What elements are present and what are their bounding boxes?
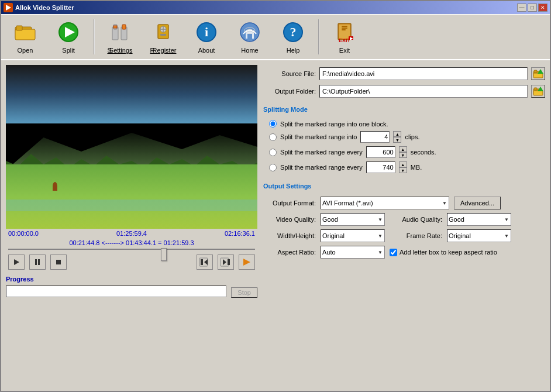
register-button[interactable]: RRegister	[143, 17, 184, 57]
svg-rect-33	[38, 259, 40, 265]
mark-in-button[interactable]	[197, 255, 213, 270]
split-seconds-down[interactable]: ▼	[399, 152, 407, 158]
register-label: RRegister	[150, 47, 177, 54]
split-option-2-prefix: Split the marked range into	[280, 133, 357, 140]
split-seconds-up[interactable]: ▲	[399, 146, 407, 152]
aspect-ratio-select[interactable]: Auto	[321, 246, 385, 259]
width-height-select[interactable]: Original	[321, 229, 385, 242]
format-label: Output Format:	[263, 200, 316, 207]
format-select[interactable]: AVI Format (*.avi)	[321, 197, 449, 209]
toolbar-sep-2	[318, 19, 319, 54]
exit-icon: EXIT ▶	[332, 20, 357, 44]
svg-rect-3	[15, 29, 35, 40]
dimensions-row: Width/Height: Original Frame Rate: Origi…	[263, 229, 545, 242]
title-bar-buttons: — □ ✕	[517, 4, 547, 12]
home-label: Home	[241, 47, 258, 54]
title-bar: Allok Video Splitter — □ ✕	[1, 1, 550, 14]
video-sky	[6, 65, 257, 123]
source-file-browse[interactable]	[531, 67, 545, 80]
split-mb-input[interactable]	[366, 161, 395, 173]
letterbox-row: Add letter box to keep aspect ratio	[390, 249, 497, 256]
seek-track[interactable]	[8, 249, 255, 250]
svg-marker-31	[14, 259, 19, 265]
split-seconds-spinner: ▲ ▼	[399, 146, 407, 158]
help-button[interactable]: ? Help	[273, 17, 314, 57]
seek-thumb[interactable]	[161, 248, 167, 261]
split-option-1[interactable]	[269, 120, 277, 128]
split-option-1-label: Split the marked range into one block.	[280, 121, 388, 128]
about-label: About	[198, 47, 215, 54]
video-quality-select[interactable]: Good	[321, 213, 385, 226]
svg-rect-32	[35, 259, 37, 265]
toolbar: Open Split	[1, 14, 550, 60]
video-preview	[6, 65, 257, 229]
time-end: 02:16:36.1	[225, 230, 255, 237]
split-option-4[interactable]	[269, 164, 277, 171]
exit-label: Exit	[339, 47, 350, 54]
about-button[interactable]: i About	[186, 17, 227, 57]
preview-button[interactable]	[239, 255, 255, 270]
output-settings-grid: Output Format: AVI Format (*.avi) Advanc…	[263, 197, 545, 259]
svg-rect-36	[201, 259, 203, 265]
video-water	[6, 200, 257, 211]
stop-split-button[interactable]: Stop	[231, 287, 257, 298]
split-icon	[56, 20, 81, 44]
svg-rect-11	[113, 26, 117, 28]
minimize-button[interactable]: —	[517, 4, 526, 12]
quality-row: Video Quality: Good Audio Quality: Good	[263, 213, 545, 226]
settings-button[interactable]: SSettings	[99, 17, 140, 57]
split-clips-up[interactable]: ▲	[393, 131, 401, 137]
split-option-2[interactable]	[269, 133, 277, 141]
close-button[interactable]: ✕	[538, 4, 547, 12]
left-panel: 00:00:00.0 01:25:59.4 02:16:36.1 00:21:4…	[6, 65, 257, 386]
source-file-input[interactable]	[319, 67, 528, 80]
audio-quality-select[interactable]: Good	[447, 213, 511, 226]
maximize-button[interactable]: □	[528, 4, 537, 12]
output-folder-browse[interactable]	[531, 85, 545, 98]
home-button[interactable]: Home	[229, 17, 270, 57]
svg-rect-10	[122, 25, 126, 29]
frame-rate-select[interactable]: Original	[447, 229, 511, 242]
stop-button[interactable]	[50, 255, 67, 270]
source-file-label: Source File:	[263, 70, 316, 77]
split-button[interactable]: Split	[48, 17, 89, 57]
svg-text:?: ?	[290, 25, 297, 39]
split-seconds-input[interactable]	[366, 146, 395, 158]
split-clips-input[interactable]	[360, 131, 390, 143]
width-height-label: Width/Height:	[263, 232, 316, 239]
split-option-3-suffix: seconds.	[411, 149, 436, 156]
output-folder-input[interactable]	[319, 85, 528, 98]
app-icon	[4, 3, 13, 12]
split-option-4-suffix: MB.	[411, 164, 422, 171]
play-button[interactable]	[8, 255, 25, 270]
advanced-button[interactable]: Advanced...	[454, 197, 501, 209]
svg-rect-25	[342, 26, 347, 27]
controls-bar	[6, 251, 257, 273]
open-button[interactable]: Open	[5, 17, 46, 57]
svg-rect-27	[342, 29, 346, 30]
split-clips-down[interactable]: ▼	[393, 137, 401, 143]
split-option-3[interactable]	[269, 149, 277, 156]
split-clips-spinner: ▲ ▼	[393, 131, 401, 143]
open-label: Open	[18, 47, 33, 54]
splitting-mode-title: Splitting Mode	[263, 106, 545, 113]
mark-out-button[interactable]	[218, 255, 234, 270]
pause-button[interactable]	[29, 255, 46, 270]
main-window: Allok Video Splitter — □ ✕ Open	[0, 0, 551, 392]
time-mid: 01:25:59.4	[116, 230, 147, 237]
split-mb-up[interactable]: ▲	[399, 161, 407, 167]
seek-bar-container	[6, 247, 257, 251]
settings-label: SSettings	[107, 47, 132, 54]
svg-rect-40	[228, 259, 230, 265]
split-mb-down[interactable]: ▼	[399, 167, 407, 173]
svg-rect-26	[342, 27, 347, 29]
video-quality-label: Video Quality:	[263, 216, 316, 223]
register-icon	[151, 20, 175, 44]
settings-icon	[108, 20, 132, 44]
svg-rect-44	[534, 70, 537, 73]
exit-button[interactable]: EXIT ▶ Exit	[324, 17, 365, 57]
width-height-wrapper: Original	[321, 229, 385, 242]
split-option-3-prefix: Split the marked range every	[280, 149, 363, 156]
letterbox-checkbox[interactable]	[390, 249, 397, 256]
svg-marker-41	[243, 259, 250, 266]
